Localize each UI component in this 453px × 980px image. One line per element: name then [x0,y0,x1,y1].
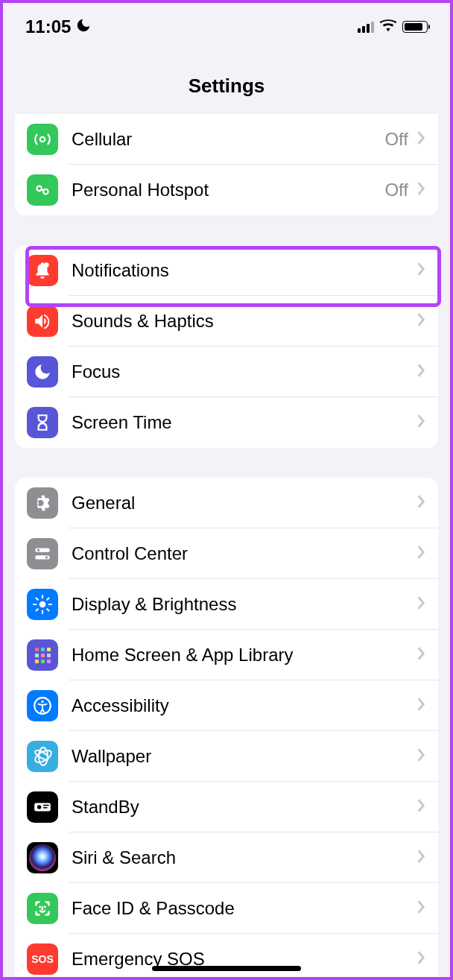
chevron-right-icon [416,545,426,563]
svg-rect-12 [43,805,49,806]
settings-row-wallpaper[interactable]: Wallpaper [15,731,438,782]
chevron-right-icon [416,363,426,381]
status-left: 11:05 [25,16,92,37]
row-label: Accessibility [72,695,416,716]
row-value: Off [384,180,408,200]
sounds-icon [27,306,58,337]
row-value: Off [384,129,408,150]
status-bar: 11:05 [3,3,450,45]
wallpaper-icon [27,741,58,772]
svg-point-6 [45,556,48,558]
emergency-sos-icon: SOS [27,943,58,975]
svg-rect-13 [43,807,47,809]
settings-row-display[interactable]: Display & Brightness [15,579,438,630]
chevron-right-icon [416,494,426,512]
svg-point-4 [37,549,39,551]
settings-row-homescreen[interactable]: Home Screen & App Library [15,630,438,680]
settings-group-network: Cellular Off Personal Hotspot Off [15,114,438,215]
row-label: Wallpaper [72,746,416,767]
accessibility-icon [27,690,58,721]
siri-icon [27,842,58,873]
chevron-right-icon [416,262,426,279]
row-label: Screen Time [72,412,416,433]
settings-row-standby[interactable]: StandBy [15,782,438,832]
svg-point-9 [41,701,43,703]
settings-row-screentime[interactable]: Screen Time [15,397,438,448]
settings-group-general: General Control Center Display & Brightn… [15,478,438,980]
row-label: Home Screen & App Library [72,645,416,666]
display-icon [27,589,58,620]
focus-icon [27,356,58,388]
chevron-right-icon [416,798,426,816]
chevron-right-icon [416,697,426,715]
svg-rect-10 [34,803,51,812]
chevron-right-icon [416,646,426,664]
settings-row-general[interactable]: General [15,478,438,528]
row-label: Sounds & Haptics [72,311,416,332]
row-label: Control Center [72,543,416,564]
notifications-icon [27,255,58,286]
chevron-right-icon [416,900,426,917]
row-label: Face ID & Passcode [72,898,416,919]
settings-row-focus[interactable]: Focus [15,347,438,397]
svg-point-14 [39,906,40,907]
settings-row-emergency-sos[interactable]: SOS Emergency SOS [15,934,438,980]
hotspot-icon [27,174,58,206]
row-label: Personal Hotspot [72,180,384,200]
general-icon [27,487,58,519]
svg-point-1 [43,189,48,194]
svg-point-7 [39,601,46,608]
faceid-icon [27,893,58,924]
home-indicator[interactable] [152,966,301,971]
chevron-right-icon [416,849,426,867]
header: Settings [3,45,450,116]
settings-row-accessibility[interactable]: Accessibility [15,680,438,731]
cellular-signal-icon [358,22,374,33]
standby-icon [27,791,58,823]
chevron-right-icon [416,414,426,431]
svg-point-0 [37,186,42,192]
time: 11:05 [25,16,71,37]
page-title: Settings [3,75,450,98]
svg-point-15 [45,906,45,907]
screentime-icon [27,407,58,438]
settings-row-hotspot[interactable]: Personal Hotspot Off [15,165,438,215]
homescreen-icon [27,639,58,671]
settings-screen: 11:05 Settings [3,3,450,977]
svg-point-11 [37,805,41,809]
settings-row-cellular[interactable]: Cellular Off [15,114,438,165]
settings-row-notifications[interactable]: Notifications [15,245,438,296]
control-center-icon [27,538,58,569]
wifi-icon [380,19,396,35]
row-label: Display & Brightness [72,594,416,615]
focus-moon-icon [75,17,92,37]
status-right [358,19,428,35]
svg-point-2 [44,262,48,268]
settings-row-sounds[interactable]: Sounds & Haptics [15,296,438,347]
chevron-right-icon [416,950,426,968]
row-label: StandBy [72,797,416,818]
chevron-right-icon [416,130,426,148]
chevron-right-icon [416,312,426,330]
chevron-right-icon [416,181,426,199]
settings-content[interactable]: Cellular Off Personal Hotspot Off Notifi… [3,114,450,980]
row-label: Cellular [72,129,384,150]
chevron-right-icon [416,595,426,613]
settings-row-siri[interactable]: Siri & Search [15,832,438,883]
row-label: Siri & Search [72,847,416,868]
cellular-icon [27,124,58,155]
row-label: Focus [72,361,416,382]
battery-icon [402,21,428,33]
settings-group-attention: Notifications Sounds & Haptics Focus [15,245,438,448]
settings-row-control-center[interactable]: Control Center [15,528,438,579]
row-label: Notifications [72,260,416,281]
settings-row-faceid[interactable]: Face ID & Passcode [15,883,438,934]
chevron-right-icon [416,747,426,765]
row-label: General [72,493,416,513]
